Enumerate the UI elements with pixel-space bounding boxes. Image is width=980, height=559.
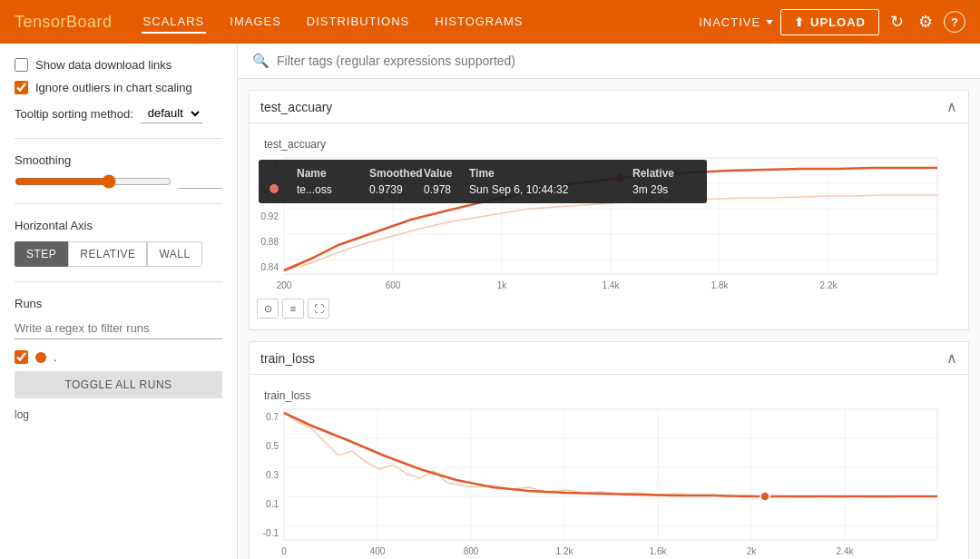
svg-text:0.92: 0.92 <box>261 211 279 221</box>
dropdown-arrow-icon <box>766 20 773 25</box>
svg-text:0.84: 0.84 <box>261 262 279 272</box>
runs-label: Runs <box>15 297 222 310</box>
axis-step-button[interactable]: STEP <box>15 241 68 267</box>
help-button[interactable]: ? <box>944 11 965 33</box>
svg-text:0: 0 <box>281 546 287 556</box>
logo-tensor: Tensor <box>15 13 66 31</box>
svg-text:600: 600 <box>386 280 401 290</box>
chart-container-train-loss: train_loss 0.7 0.5 0.3 0.1 -0.1 <box>250 375 968 559</box>
svg-text:0.3: 0.3 <box>266 470 279 480</box>
fullscreen-button[interactable]: ⛶ <box>308 299 329 319</box>
show-download-row: Show data download links <box>15 58 222 72</box>
svg-text:1.4k: 1.4k <box>603 280 621 290</box>
settings-button[interactable]: ⚙ <box>915 10 936 34</box>
list-view-button[interactable]: ≡ <box>282 299 304 319</box>
run-name: . <box>54 350 57 364</box>
nav-distributions[interactable]: DISTRIBUTIONS <box>305 11 411 34</box>
svg-text:0.88: 0.88 <box>261 237 279 247</box>
logo: TensorBoard <box>15 13 113 32</box>
svg-text:1.2k: 1.2k <box>556 546 574 556</box>
status-label: INACTIVE <box>699 15 760 29</box>
svg-text:1k: 1k <box>497 280 508 290</box>
ignore-outliers-row: Ignore outliers in chart scaling <box>15 81 222 94</box>
chart-title-train-loss: train_loss <box>250 382 961 406</box>
tooltip-sorting-label: Tooltip sorting method: <box>15 107 133 121</box>
smoothing-slider[interactable] <box>15 174 172 189</box>
search-icon: 🔍 <box>252 53 270 69</box>
run-item: . <box>15 350 222 364</box>
search-bar: 🔍 <box>238 44 980 79</box>
chart-title-test-accuracy: test_accuary <box>250 131 961 154</box>
divider-1 <box>15 138 222 139</box>
upload-icon: ⬆ <box>794 15 805 29</box>
run-color-dot <box>35 352 46 363</box>
run-checkbox[interactable] <box>15 350 28 364</box>
axis-wall-button[interactable]: WALL <box>147 241 201 267</box>
svg-text:2k: 2k <box>747 546 758 556</box>
search-input[interactable] <box>277 54 965 68</box>
zoom-fit-button[interactable]: ⊙ <box>257 299 279 319</box>
svg-text:0.1: 0.1 <box>266 499 279 509</box>
card-title-test-accuracy: test_accuary <box>260 100 332 114</box>
svg-point-45 <box>760 492 769 501</box>
divider-2 <box>15 203 222 204</box>
upload-button[interactable]: ⬆ UPLOAD <box>780 9 879 35</box>
svg-point-18 <box>615 173 624 182</box>
svg-text:-0.1: -0.1 <box>263 528 279 538</box>
tooltip-sorting-select[interactable]: default <box>141 103 202 123</box>
refresh-button[interactable]: ↻ <box>887 10 907 34</box>
svg-text:0.5: 0.5 <box>266 441 279 451</box>
tooltip-sorting-row: Tooltip sorting method: default <box>15 103 222 123</box>
content-area: 🔍 test_accuary ∧ test_accuary <box>238 44 980 559</box>
axis-relative-button[interactable]: RELATIVE <box>68 241 147 267</box>
header-right: INACTIVE ⬆ UPLOAD ↻ ⚙ ? <box>699 9 965 35</box>
main-layout: Show data download links Ignore outliers… <box>0 44 980 559</box>
axis-buttons: STEP RELATIVE WALL <box>15 241 222 267</box>
ignore-outliers-label: Ignore outliers in chart scaling <box>35 81 192 94</box>
svg-text:0.96: 0.96 <box>261 186 279 196</box>
ignore-outliers-checkbox[interactable] <box>15 81 28 94</box>
svg-text:1.6k: 1.6k <box>650 546 668 556</box>
chart-svg-train-loss: 0.7 0.5 0.3 0.1 -0.1 <box>257 406 956 559</box>
upload-label: UPLOAD <box>810 15 866 29</box>
smoothing-value-input[interactable]: 0.614 <box>179 174 222 189</box>
smoothing-row: 0.614 <box>15 174 222 189</box>
svg-text:0.7: 0.7 <box>266 412 279 422</box>
horizontal-axis-label: Horizontal Axis <box>15 219 222 232</box>
svg-text:400: 400 <box>370 546 386 556</box>
show-download-label: Show data download links <box>35 58 172 72</box>
svg-text:200: 200 <box>277 280 292 290</box>
chart-container-test-accuracy: test_accuary 1 0.96 0.92 0.88 0.84 <box>250 123 968 329</box>
collapse-test-accuracy-button[interactable]: ∧ <box>946 98 957 115</box>
card-train-loss: train_loss ∧ train_loss 0.7 0.5 0.3 0.1 … <box>249 341 969 559</box>
runs-filter-input[interactable] <box>15 318 222 339</box>
show-download-checkbox[interactable] <box>15 58 28 72</box>
chart-svg-test-accuracy: 1 0.96 0.92 0.88 0.84 <box>257 154 956 295</box>
chart-icons-test-accuracy: ⊙ ≡ ⛶ <box>250 295 961 322</box>
nav-images[interactable]: IMAGES <box>228 11 283 34</box>
svg-rect-30 <box>284 409 937 540</box>
divider-3 <box>15 281 222 282</box>
log-link[interactable]: log <box>15 408 29 421</box>
card-header-train-loss: train_loss ∧ <box>250 342 968 375</box>
svg-text:1: 1 <box>273 161 279 171</box>
toggle-all-runs-button[interactable]: TOGGLE ALL RUNS <box>15 371 222 398</box>
header: TensorBoard SCALARS IMAGES DISTRIBUTIONS… <box>0 0 980 44</box>
card-title-train-loss: train_loss <box>260 351 315 366</box>
nav-scalars[interactable]: SCALARS <box>142 11 207 34</box>
nav-histograms[interactable]: HISTOGRAMS <box>433 11 524 34</box>
sidebar: Show data download links Ignore outliers… <box>0 44 238 559</box>
status-dropdown[interactable]: INACTIVE <box>699 15 773 29</box>
card-test-accuracy: test_accuary ∧ test_accuary 1 0.96 0 <box>249 90 969 330</box>
card-header-test-accuracy: test_accuary ∧ <box>250 91 968 123</box>
svg-text:2.2k: 2.2k <box>820 280 838 290</box>
svg-text:1.8k: 1.8k <box>711 280 730 290</box>
svg-text:2.4k: 2.4k <box>837 546 855 556</box>
collapse-train-loss-button[interactable]: ∧ <box>946 349 957 367</box>
logo-board: Board <box>66 13 113 31</box>
svg-text:800: 800 <box>464 546 479 556</box>
smoothing-label: Smoothing <box>15 153 222 167</box>
